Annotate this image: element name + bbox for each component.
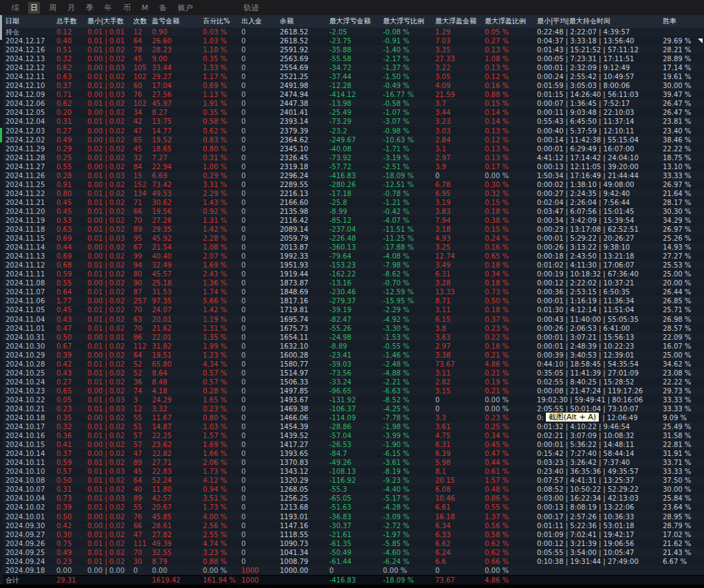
header-max-float-profit[interactable]: 最大浮盈金额 bbox=[435, 15, 485, 28]
table-row[interactable]: 2024.10.070.310.01 | 0.024011.800.94 %01… bbox=[0, 485, 704, 494]
table-row[interactable]: 2024.10.280.420.01 | 0.025265.804.34 %01… bbox=[0, 360, 704, 369]
menu-item-6[interactable]: 年 bbox=[102, 2, 114, 14]
cell-cash-flow: 0 bbox=[241, 81, 280, 90]
menu-item-9[interactable]: 备 bbox=[157, 2, 169, 14]
header-count[interactable]: 次数 bbox=[133, 15, 152, 28]
table-row[interactable]: 2024.11.220.800.01 | 0.0213449.532.29 %0… bbox=[0, 189, 704, 198]
header-max-float-loss[interactable]: 最大浮亏金额 bbox=[329, 15, 383, 28]
table-row[interactable]: 2024.09.250.490.01 | 0.027032.553.23 %01… bbox=[0, 548, 704, 557]
header-hold-time[interactable]: 最小|平均|最大持仓时间 bbox=[537, 15, 663, 28]
table-row[interactable]: 2024.11.040.430.01 | 0.026320.011.19 %01… bbox=[0, 315, 704, 324]
cell-max-float-profit-pct: 0.18 % bbox=[485, 342, 537, 351]
table-row[interactable]: 2024.10.230.650.00 | 0.02744.180.28 %014… bbox=[0, 386, 704, 395]
vertical-scrollbar[interactable] bbox=[0, 15, 3, 585]
header-percent[interactable]: 百分比% bbox=[203, 15, 241, 28]
table-row[interactable]: 2024.11.150.690.01 | 0.039545.922.28 %02… bbox=[0, 234, 704, 243]
menu-item-5[interactable]: 季 bbox=[84, 2, 96, 14]
table-row[interactable]: 2024.10.080.500.01 | 0.026452.244.12 %01… bbox=[0, 476, 704, 485]
table-row[interactable]: 2024.11.280.250.01 | 0.02327.270.31 %023… bbox=[0, 153, 704, 162]
cell-count: 76 bbox=[133, 512, 152, 521]
table-row[interactable]: 2024.10.310.500.00 | 0.018622.011.35 %01… bbox=[0, 333, 704, 342]
header-win-rate[interactable]: 胜率 bbox=[663, 15, 704, 28]
table-row[interactable]: 2024.10.170.320.01 | 0.025114.871.03 %01… bbox=[0, 422, 704, 431]
table-row[interactable]: 2024.11.180.630.01 | 0.028929.351.42 %02… bbox=[0, 225, 704, 234]
table-row[interactable]: 2024.11.200.450.01 | 0.026619.560.92 %02… bbox=[0, 207, 704, 216]
table-row[interactable]: 2024.11.140.440.00 | 0.026721.541.08 %02… bbox=[0, 243, 704, 252]
table-row[interactable]: 2024.10.290.390.00 | 0.026419.511.23 %01… bbox=[0, 351, 704, 360]
table-row[interactable]: 2024.12.120.620.00 | 0.0310533.441.33 %0… bbox=[0, 63, 704, 72]
header-max-float-loss-pct[interactable]: 最大浮亏比例 bbox=[383, 15, 435, 28]
cell-win-rate: 9.09 % bbox=[663, 413, 704, 422]
table-row[interactable]: 2024.11.010.470.01 | 0.027021.621.31 %01… bbox=[0, 324, 704, 333]
scroll-up-arrow-icon[interactable] bbox=[698, 39, 703, 43]
table-row[interactable]: 2024.11.120.680.01 | 0.029432.491.69 %01… bbox=[0, 261, 704, 270]
menu-item-4[interactable]: 月 bbox=[65, 2, 77, 14]
table-row[interactable]: 2024.12.060.620.01 | 0.0210245.971.91 %0… bbox=[0, 99, 704, 108]
header-pnl-amount[interactable]: 盈亏金额 bbox=[152, 15, 203, 28]
table-row[interactable]: 2024.12.110.630.01 | 0.0210229.271.17 %0… bbox=[0, 72, 704, 81]
table-row[interactable]: 2024.09.300.420.00 | 0.026628.612.56 %01… bbox=[0, 521, 704, 530]
cell-count: 36 bbox=[133, 378, 152, 386]
table-row[interactable]: 2024.09.240.230.01 | 0.02308.790.88 %010… bbox=[0, 557, 704, 566]
table-row[interactable]: 2024.12.100.370.01 | 0.026017.040.69 %02… bbox=[0, 81, 704, 90]
table-row[interactable]: 2024.10.180.350.00 | 0.025511.670.80 %01… bbox=[0, 413, 704, 422]
table-row[interactable]: 2024.11.190.530.00 | 0.027027.281.31 %02… bbox=[0, 216, 704, 225]
scrollbar-thumb[interactable] bbox=[0, 15, 2, 40]
table-row[interactable]: 2024.12.130.320.00 | 0.02459.000.35 %025… bbox=[0, 54, 704, 63]
table-row[interactable]: 2024.10.110.590.01 | 0.028927.712.06 %01… bbox=[0, 458, 704, 467]
table-row[interactable]: 2024.10.220.050.01 | 0.03324.291.65 %014… bbox=[0, 395, 704, 404]
table-row[interactable]: 2024.11.250.910.00 | 0.0215273.423.31 %0… bbox=[0, 180, 704, 189]
table-row[interactable]: 2024.12.020.490.00 | 0.026519.520.83 %02… bbox=[0, 135, 704, 144]
cell-pnl-amount: 24.07 bbox=[152, 305, 203, 314]
table-row[interactable]: 2024.10.160.360.01 | 0.025722.251.57 %01… bbox=[0, 431, 704, 440]
menu-item-10[interactable]: 账户 bbox=[176, 2, 195, 14]
table-row[interactable]: 2024.10.300.670.01 | 0.0211231.821.99 %0… bbox=[0, 342, 704, 351]
table-row[interactable]: 2024.10.140.370.00 | 0.024722.821.66 %01… bbox=[0, 449, 704, 458]
table-row[interactable]: 2024.09.180.000.00 | 0.0000.000.00 %1000… bbox=[0, 566, 704, 575]
cell-max-float-profit-pct: 0.56 % bbox=[485, 521, 537, 530]
table-row[interactable]: 2024.12.170.400.01 | 0.016426.601.03 %02… bbox=[0, 36, 704, 45]
table-row[interactable]: 2024.10.250.430.01 | 0.02528.640.57 %015… bbox=[0, 369, 704, 378]
table-row[interactable]: 2024.11.290.290.02 | 0.024518.650.80 %02… bbox=[0, 144, 704, 153]
table-row[interactable]: 2024.10.150.410.00 | 0.025723.621.69 %01… bbox=[0, 440, 704, 449]
table-row[interactable]: 2024.09.270.300.01 | 0.024727.822.55 %01… bbox=[0, 530, 704, 539]
table-row[interactable]: 2024.11.130.690.00 | 0.029940.402.07 %01… bbox=[0, 252, 704, 261]
table-row[interactable]: 2024.12.040.310.01 | 0.024213.750.58 %02… bbox=[0, 117, 704, 126]
menu-item-2[interactable]: 日 bbox=[28, 2, 40, 14]
header-cash-flow[interactable]: 出入金 bbox=[241, 15, 280, 28]
table-row[interactable]: 2024.11.061.770.00 | 0.0225797.355.66 %0… bbox=[0, 296, 704, 305]
table-row[interactable]: 2024.10.100.570.01 | 0.034522.831.73 %01… bbox=[0, 467, 704, 476]
cell-min-max-lots: 0.00 | 0.02 bbox=[87, 54, 133, 63]
table-row[interactable]: 2024.11.210.450.01 | 0.027130.621.43 %02… bbox=[0, 198, 704, 207]
cell-percent: 1.31 % bbox=[203, 324, 241, 333]
table-row[interactable]: 2024.10.010.500.00 | 0.027645.854.00 %01… bbox=[0, 512, 704, 521]
cell-percent: 0.57 % bbox=[203, 378, 241, 386]
table-row[interactable]: 持仓0.120.01 | 0.01120.900.03 %02618.52-2.… bbox=[0, 28, 704, 36]
header-total-lots[interactable]: 总手数 bbox=[56, 15, 87, 28]
table-row[interactable]: 2024.12.090.710.00 | 0.037627.561.13 %02… bbox=[0, 90, 704, 99]
table-row[interactable]: 2024.11.080.550.00 | 0.029025.181.36 %01… bbox=[0, 279, 704, 287]
menu-item-3[interactable]: 周 bbox=[47, 2, 58, 14]
table-row[interactable]: 2024.10.240.270.01 | 0.02368.480.57 %015… bbox=[0, 378, 704, 386]
header-balance[interactable]: 余额 bbox=[280, 15, 329, 28]
menu-item-1[interactable]: 综 bbox=[10, 2, 21, 14]
table-row[interactable]: 2024.12.160.510.01 | 0.027828.231.10 %02… bbox=[0, 45, 704, 54]
header-min-max-lots[interactable]: 最小|大手数 bbox=[87, 15, 133, 28]
table-row[interactable]: 2024.11.270.550.00 | 0.028422.941.00 %02… bbox=[0, 162, 704, 171]
table-row[interactable]: 2024.10.020.390.01 | 0.025520.671.73 %01… bbox=[0, 503, 704, 512]
header-max-float-profit-pct[interactable]: 最大浮盈比例 bbox=[485, 15, 537, 28]
table-row[interactable]: 2024.11.070.640.01 | 0.028731.531.74 %01… bbox=[0, 287, 704, 296]
table-row[interactable]: 2024.12.030.270.00 | 0.024714.770.62 %02… bbox=[0, 127, 704, 135]
menu-item-11[interactable]: 轨迹 bbox=[242, 2, 261, 14]
table-row[interactable]: 2024.12.050.200.00 | 0.02348.270.35 %024… bbox=[0, 108, 704, 117]
table-row[interactable]: 2024.11.260.280.01 | 0.03156.690.29 %022… bbox=[0, 171, 704, 180]
menu-item-8[interactable]: M bbox=[140, 3, 151, 13]
menu-item-7[interactable]: 币 bbox=[121, 2, 133, 14]
header-date[interactable]: 日期 bbox=[0, 15, 56, 28]
table-row[interactable]: 2024.09.260.750.01 | 0.0211149.394.74 %0… bbox=[0, 539, 704, 548]
table-row[interactable]: 2024.10.040.730.01 | 0.038942.573.51 %01… bbox=[0, 494, 704, 503]
cell-hold-time: 0:00:11 | 9:03:48 | 22:10:03 bbox=[537, 108, 663, 117]
table-row[interactable]: 2024.11.050.450.01 | 0.027024.071.42 %01… bbox=[0, 305, 704, 314]
cell-hold-time: 0:00:23 | 13:17:08 | 62:52:51 bbox=[537, 225, 663, 234]
table-row[interactable]: 2024.11.110.590.01 | 0.028045.572.43 %01… bbox=[0, 270, 704, 279]
